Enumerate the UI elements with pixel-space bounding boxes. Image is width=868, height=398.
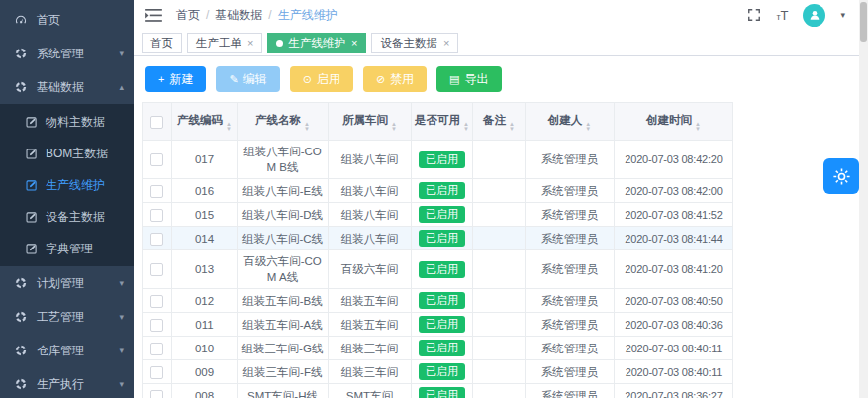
table-row[interactable]: 011组装五车间-A线组装五车间已启用系统管理员2020-07-03 08:40… <box>143 313 733 337</box>
gear-ring-icon <box>14 80 28 94</box>
sidebar-item-warehouse-mgmt[interactable]: 仓库管理▾ <box>0 334 134 367</box>
sort-icon[interactable]: ▲▼ <box>304 122 310 131</box>
table-row[interactable]: 015组装八车间-D线组装八车间已启用系统管理员2020-07-03 08:41… <box>143 203 733 227</box>
row-checkbox[interactable] <box>150 263 163 276</box>
scrollbar-thumb[interactable] <box>860 2 867 42</box>
row-checkbox[interactable] <box>150 390 163 398</box>
cell-text: 2020-07-03 08:42:00 <box>625 185 722 197</box>
active-tab-dot <box>276 40 283 47</box>
cell-text: 组装八车间 <box>341 153 399 165</box>
sidebar-subitem-label: 设备主数据 <box>46 209 124 226</box>
close-icon[interactable]: × <box>351 38 357 49</box>
sort-icon[interactable]: ▲▼ <box>226 122 232 131</box>
sidebar-item-home[interactable]: 首页 <box>0 3 134 37</box>
caret-down-icon[interactable]: ▾ <box>840 10 845 20</box>
avatar[interactable] <box>803 4 825 27</box>
sidebar-item-process-mgmt[interactable]: 工艺管理▾ <box>0 300 134 334</box>
edit-button[interactable]: ✎编辑 <box>216 66 279 92</box>
breadcrumb-separator: / <box>206 8 209 22</box>
table-row[interactable]: 016组装八车间-E线组装八车间已启用系统管理员2020-07-03 08:42… <box>143 179 733 203</box>
cell-text: 2020-07-03 08:41:44 <box>625 233 722 245</box>
cell-text: 系统管理员 <box>541 390 599 398</box>
cell-text: 系统管理员 <box>541 319 599 331</box>
table-row[interactable]: 008SMT车间-H线SMT车间已启用系统管理员2020-07-03 08:36… <box>143 384 733 398</box>
sidebar-subitem-dict-mgmt[interactable]: 字典管理 <box>0 233 134 264</box>
row-select-cell <box>143 337 172 360</box>
table-row[interactable]: 013百级六车间-COM A线百级六车间已启用系统管理员2020-07-03 0… <box>143 250 733 289</box>
export-button[interactable]: ▤导出 <box>436 66 501 92</box>
sidebar-item-system-mgmt[interactable]: 系统管理▾ <box>0 37 134 70</box>
table-row[interactable]: 010组装三车间-G线组装三车间已启用系统管理员2020-07-03 08:40… <box>143 337 733 360</box>
table-row[interactable]: 017组装八车间-COM B线组装八车间已启用系统管理员2020-07-03 0… <box>143 141 733 179</box>
cell-name: 组装八车间-D线 <box>238 203 329 227</box>
sort-icon[interactable]: ▲▼ <box>695 122 701 131</box>
row-checkbox[interactable] <box>150 295 163 308</box>
cell-text: 015 <box>195 209 214 221</box>
settings-fab-button[interactable] <box>823 158 859 194</box>
select-all-checkbox[interactable] <box>150 116 163 129</box>
sidebar-item-base-data[interactable]: 基础数据▴ <box>0 70 134 104</box>
tab-production-line[interactable]: 生产线维护× <box>267 33 366 53</box>
cell-text: 百级六车间-COM A线 <box>243 255 322 283</box>
row-checkbox[interactable] <box>150 233 163 246</box>
cell-creator: 系统管理员 <box>526 203 615 227</box>
column-label: 创建时间 <box>646 114 692 126</box>
button-label: 禁用 <box>390 71 414 88</box>
cell-workshop: 组装五车间 <box>329 289 412 313</box>
cell-created: 2020-07-03 08:40:36 <box>615 313 733 337</box>
table-row[interactable]: 014组装八车间-C线组装八车间已启用系统管理员2020-07-03 08:41… <box>143 227 733 250</box>
row-select-cell <box>143 250 172 289</box>
row-checkbox[interactable] <box>150 343 163 355</box>
disable-button[interactable]: ⊘禁用 <box>363 66 427 92</box>
tab-production-order[interactable]: 生产工单× <box>187 33 262 53</box>
row-checkbox[interactable] <box>150 153 163 166</box>
cell-text: 008 <box>195 390 214 398</box>
breadcrumb-item-base-data[interactable]: 基础数据 <box>215 7 262 24</box>
table-row[interactable]: 012组装五车间-B线组装五车间已启用系统管理员2020-07-03 08:40… <box>143 289 733 313</box>
tab-home[interactable]: 首页 <box>142 33 182 53</box>
fullscreen-icon[interactable] <box>747 8 761 22</box>
column-header[interactable]: 产线编码▲▼ <box>172 103 238 141</box>
table-row[interactable]: 009组装三车间-F线组装三车间已启用系统管理员2020-07-03 08:40… <box>143 360 733 384</box>
chevron-down-icon: ▾ <box>119 49 124 58</box>
sidebar-item-production-exec[interactable]: 生产执行▾ <box>0 367 134 398</box>
sidebar-subitem-bom-master[interactable]: BOM主数据 <box>0 138 134 169</box>
sort-icon[interactable]: ▲▼ <box>463 122 469 131</box>
cell-text: 系统管理员 <box>541 233 599 245</box>
row-checkbox[interactable] <box>150 366 163 379</box>
sidebar-subitem-equipment-master[interactable]: 设备主数据 <box>0 201 134 233</box>
font-size-icon[interactable]: тT <box>776 9 788 22</box>
sidebar-subitem-production-line[interactable]: 生产线维护 <box>0 169 134 201</box>
column-header[interactable]: 创建时间▲▼ <box>615 103 733 141</box>
sort-icon[interactable]: ▲▼ <box>509 122 515 131</box>
row-checkbox[interactable] <box>150 319 163 332</box>
sort-icon[interactable]: ▲▼ <box>585 122 591 131</box>
column-header[interactable]: 备注▲▼ <box>473 103 526 141</box>
column-header[interactable]: 产线名称▲▼ <box>238 103 329 141</box>
row-checkbox[interactable] <box>150 185 163 198</box>
close-icon[interactable]: × <box>247 38 253 49</box>
collapse-sidebar-icon[interactable] <box>145 9 162 22</box>
column-header[interactable]: 创建人▲▼ <box>526 103 615 141</box>
sidebar-item-label: 计划管理 <box>37 275 110 292</box>
column-header[interactable]: 所属车间▲▼ <box>329 103 412 141</box>
sidebar: 首页系统管理▾基础数据▴物料主数据BOM主数据生产线维护设备主数据字典管理计划管… <box>0 0 134 398</box>
gear-ring-icon <box>14 377 28 391</box>
cell-text: 组装八车间-C线 <box>242 233 323 245</box>
sidebar-subitem-material-master[interactable]: 物料主数据 <box>0 106 134 138</box>
column-header[interactable]: 是否可用▲▼ <box>412 103 473 141</box>
row-select-cell <box>143 313 172 337</box>
cell-name: 组装八车间-COM B线 <box>238 141 329 179</box>
sidebar-item-plan-mgmt[interactable]: 计划管理▾ <box>0 266 134 300</box>
tab-equipment-master[interactable]: 设备主数据× <box>371 33 458 53</box>
close-icon[interactable]: × <box>443 38 449 49</box>
cell-code: 014 <box>172 227 238 250</box>
row-checkbox[interactable] <box>150 209 163 222</box>
new-button[interactable]: +新建 <box>145 66 206 92</box>
enable-button[interactable]: ⊙启用 <box>290 66 353 92</box>
sort-icon[interactable]: ▲▼ <box>391 122 397 131</box>
plus-icon: + <box>158 73 164 85</box>
page-scrollbar[interactable] <box>859 0 868 398</box>
breadcrumb-item-home[interactable]: 首页 <box>176 7 200 24</box>
cell-status: 已启用 <box>412 337 473 360</box>
